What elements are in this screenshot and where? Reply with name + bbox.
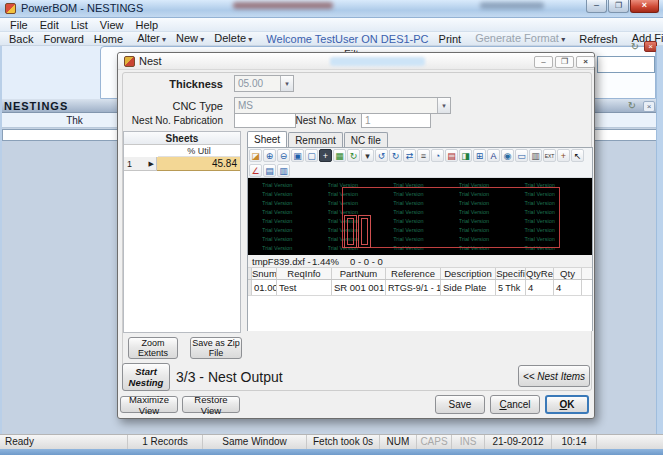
menu-view[interactable]: View (94, 18, 130, 32)
col-specification[interactable]: Specifi (496, 268, 526, 279)
maximize-button[interactable] (608, 0, 629, 13)
col-partnum[interactable]: PartNum (332, 268, 386, 279)
ext-icon[interactable]: EXT (543, 149, 556, 162)
cell-filler (582, 280, 592, 295)
tab-remnant[interactable]: Remnant (288, 132, 343, 147)
pick-icon[interactable]: + (557, 149, 570, 162)
minimize-button[interactable] (586, 0, 607, 13)
save-button[interactable]: Save (435, 395, 485, 414)
nestings-close-icon[interactable] (643, 101, 655, 112)
nest-no-fabrication-field[interactable] (234, 113, 296, 128)
window-view-icon[interactable]: ▢ (305, 149, 318, 162)
clock-icon[interactable]: ◔ (431, 149, 444, 162)
reference-line1: RTGS-9/1 - 1 > (388, 281, 438, 295)
nest-no-max-field[interactable]: 1 (361, 113, 431, 128)
plot-icon[interactable]: ◉ (501, 149, 514, 162)
measure-icon[interactable]: ∠ (249, 164, 262, 177)
color-toggle-icon[interactable]: ◨ (459, 149, 472, 162)
menu-file[interactable]: File (4, 18, 34, 32)
layers-icon[interactable]: ≡ (417, 149, 430, 162)
start-nesting-button[interactable]: Start Nesting (122, 363, 170, 391)
status-time: 10:14 (552, 435, 597, 449)
save-icon[interactable]: ▣ (291, 149, 304, 162)
status-ready: Ready (0, 435, 128, 449)
col-reference[interactable]: Reference (386, 268, 441, 279)
title-bar[interactable]: PowerBOM - NESTINGS (0, 0, 663, 18)
ok-button[interactable]: OK (545, 395, 589, 414)
thickness-combo[interactable]: 05.00 (234, 75, 294, 92)
zoom-in-icon[interactable]: ⊕ (263, 149, 276, 162)
dialog-close-button[interactable] (576, 56, 595, 68)
status-fetch-time: Fetch took 0s (307, 435, 380, 449)
watermark-text: Trial Version (262, 245, 328, 251)
new-menu-button[interactable]: New (171, 31, 209, 47)
menu-list[interactable]: List (65, 18, 94, 32)
tab-nc-file[interactable]: NC file (344, 132, 388, 147)
rotate-left-icon[interactable]: ↺ (375, 149, 388, 162)
cnc-type-label: CNC Type (148, 100, 223, 112)
generate-format-button[interactable]: Generate Format (470, 31, 570, 47)
dropdown-caret-icon[interactable]: ▾ (361, 149, 374, 162)
cad-viewport[interactable]: Trial VersionTrial VersionTrial VersionT… (248, 178, 592, 255)
parts-grid-header: Snum ReqInfo PartNum Reference Descripti… (248, 268, 592, 280)
back-button[interactable]: Back (4, 32, 38, 46)
cnc-type-value: MS (238, 100, 253, 111)
fit-extents-icon[interactable]: ⊞ (473, 149, 486, 162)
sheets-panel: Sheets % Util 1 45.84 (123, 131, 241, 333)
maximize-view-button[interactable]: Maximize View (120, 396, 178, 413)
chevron-down-icon[interactable] (437, 98, 450, 113)
col-reqinfo[interactable]: ReqInfo (277, 268, 332, 279)
forward-button[interactable]: Forward (38, 32, 88, 46)
sheet-row-header[interactable]: 1 (124, 157, 157, 171)
tab-sheet[interactable]: Sheet (247, 131, 287, 147)
alter-menu-button[interactable]: Alter (132, 31, 171, 47)
restore-view-button[interactable]: Restore View (182, 396, 240, 413)
paste-icon[interactable]: ▥ (277, 164, 290, 177)
delete-menu-button[interactable]: Delete (209, 31, 257, 47)
watermark-text: Trial Version (262, 182, 328, 188)
col-qty[interactable]: Qty (554, 268, 582, 279)
image-export-icon[interactable]: ▦ (333, 149, 346, 162)
save-as-zip-button[interactable]: Save as Zip File (190, 337, 242, 359)
nest-dialog-titlebar[interactable]: Nest (118, 53, 594, 70)
menu-help[interactable]: Help (129, 18, 164, 32)
refresh-pin-icon[interactable] (626, 100, 638, 111)
dialog-minimize-button[interactable] (534, 56, 553, 68)
refresh-pin-icon[interactable] (629, 41, 641, 52)
zoom-out-icon[interactable]: ⊖ (277, 149, 290, 162)
chevron-down-icon[interactable] (280, 76, 293, 91)
filter-input[interactable] (597, 56, 655, 73)
pan-icon[interactable]: + (319, 149, 332, 162)
table-row[interactable]: 01.00 Test SR 001 001 - 2 RTGS-9/1 - 1 >… (248, 280, 592, 296)
print-icon[interactable]: ▥ (529, 149, 542, 162)
nest-items-button[interactable]: << Nest Items (518, 365, 590, 387)
home-button[interactable]: Home (89, 32, 128, 46)
frame-icon[interactable]: ▭ (515, 149, 528, 162)
nested-part (358, 215, 371, 248)
col-qtyre[interactable]: QtyRe (526, 268, 554, 279)
col-snum[interactable]: Snum (252, 268, 277, 279)
cancel-button[interactable]: Cancel (490, 395, 540, 414)
status-caps-lock: CAPS (417, 435, 452, 449)
menu-edit[interactable]: Edit (34, 18, 65, 32)
redraw-icon[interactable]: ↻ (347, 149, 360, 162)
util-column-header[interactable]: % Util (158, 145, 240, 157)
text-label-icon[interactable]: A (487, 149, 500, 162)
nest-dialog: Nest Thickness 05.00 CNC Type MS Nest No… (117, 52, 595, 419)
palette-icon[interactable]: ▤ (445, 149, 458, 162)
close-button[interactable] (630, 0, 659, 13)
dialog-maximize-button[interactable] (555, 56, 574, 68)
cursor-icon[interactable]: ↖ (571, 149, 584, 162)
rotate-right-icon[interactable]: ↻ (389, 149, 402, 162)
mirror-icon[interactable]: ⇄ (403, 149, 416, 162)
watermark-text: Trial Version (262, 191, 328, 197)
sheet-util-cell[interactable]: 45.84 (157, 157, 240, 171)
col-description[interactable]: Description (441, 268, 496, 279)
zoom-extents-button[interactable]: Zoom Extents (128, 337, 178, 359)
cell-qtyre: 4 (526, 280, 554, 295)
cnc-type-combo[interactable]: MS (234, 97, 451, 114)
open-file-icon[interactable]: ◪ (249, 149, 262, 162)
copy-icon[interactable]: ▤ (263, 164, 276, 177)
print-button[interactable]: Print (434, 32, 467, 46)
refresh-button[interactable]: Refresh (574, 32, 623, 46)
